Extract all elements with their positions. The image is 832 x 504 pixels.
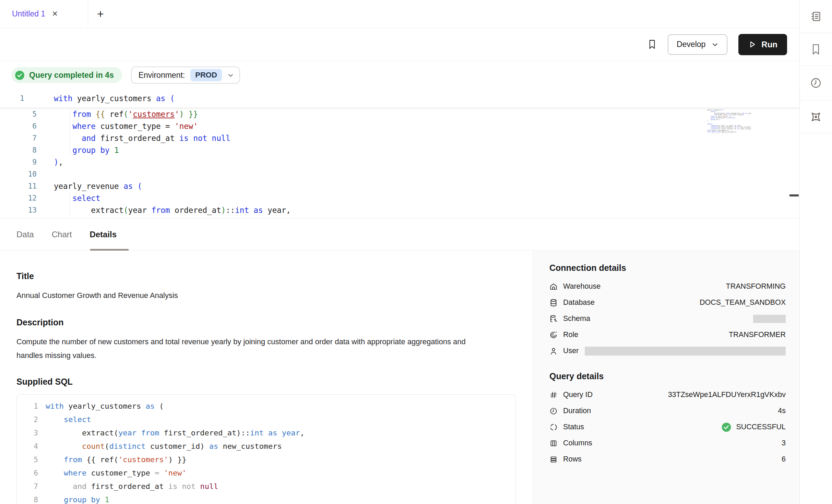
code-line: select: [54, 194, 100, 203]
columns-icon: [549, 439, 558, 447]
code-line: yearly_revenue as (: [54, 182, 142, 191]
connection-row-user: User: [549, 343, 786, 359]
status-spinner-icon: [549, 423, 558, 431]
editor-line: 6 where customer_type = 'new': [0, 120, 799, 132]
develop-dropdown[interactable]: Develop: [668, 34, 727, 55]
sidebar-bookmarks-button[interactable]: [800, 33, 832, 66]
editor-lines: 5 from {{ ref('customers') }}6 where cus…: [0, 108, 799, 216]
supplied-sql-block: 1with yearly_customers as (2 select3 ext…: [16, 394, 516, 504]
tab-details[interactable]: Details: [90, 230, 117, 239]
sidebar-semantic-layer-button[interactable]: [800, 100, 832, 133]
role-target-icon: [549, 331, 558, 339]
editor-line: 5 from {{ ref('customers') }}: [0, 108, 799, 120]
description-value: Compute the number of new customers and …: [16, 335, 466, 362]
chevron-down-icon: [227, 72, 234, 79]
tab-untitled-1[interactable]: Untitled 1 ×: [0, 0, 88, 28]
description-heading: Description: [16, 317, 516, 327]
clock-icon: [549, 407, 558, 415]
redacted-value: [585, 347, 786, 356]
right-icon-sidebar: [799, 0, 832, 504]
details-right-pane: Connection details Warehouse TRANSFORMIN…: [532, 251, 799, 504]
sql-line: 8 group by 1: [17, 493, 515, 504]
query-details-heading: Query details: [549, 371, 786, 381]
query-row-rows: Rows 6: [549, 451, 786, 467]
code-line: extract(year from ordered_at)::int as ye…: [54, 206, 291, 215]
query-row-id: Query ID 33TZseWpe1ALFDUYerxR1gVKxbv: [549, 387, 786, 403]
success-check-icon: [721, 422, 732, 433]
code-line: and first_ordered_at is not null: [54, 134, 230, 143]
editor-line: 12 select: [0, 192, 799, 204]
code-line: select: [46, 415, 91, 424]
indent-guide: [70, 193, 70, 215]
sql-line: 6 where customer_type = 'new': [17, 466, 515, 480]
line-number: 9: [0, 158, 37, 166]
code-line: count(distinct customer_id) as new_custo…: [46, 442, 282, 451]
tab-chart[interactable]: Chart: [52, 230, 72, 239]
develop-label: Develop: [677, 40, 705, 49]
line-number: 5: [0, 110, 37, 118]
line-number: 8: [17, 496, 38, 504]
environment-selector[interactable]: Environment: PROD: [131, 67, 240, 84]
code-line: from {{ ref('customers') }}: [46, 455, 187, 464]
sql-line: 4 count(distinct customer_id) as new_cus…: [17, 440, 515, 453]
editor-tab-bar: Untitled 1 × +: [0, 0, 799, 28]
sql-line: 2 select: [17, 413, 515, 426]
code-line: with yearly_customers as (: [54, 94, 175, 103]
sql-line: 1with yearly_customers as (: [17, 399, 515, 413]
close-tab-icon[interactable]: ×: [52, 9, 58, 19]
line-number: 3: [17, 429, 38, 437]
line-number: 8: [0, 146, 37, 154]
query-row-status: Status SUCCESSFUL: [549, 419, 786, 435]
tab-data[interactable]: Data: [16, 230, 34, 239]
tab-title: Untitled 1: [12, 9, 45, 19]
sql-line: 3 extract(year from first_ordered_at)::i…: [17, 426, 515, 440]
play-icon: [748, 40, 756, 49]
line-number: 11: [0, 182, 37, 190]
schema-icon: [549, 315, 558, 323]
environment-label: Environment:: [139, 71, 185, 80]
editor-line: 10: [0, 168, 799, 180]
query-row-duration: Duration 4s: [549, 403, 786, 419]
line-number: 1: [0, 94, 37, 103]
run-label: Run: [761, 40, 777, 49]
code-line: and first_ordered_at is not null: [46, 482, 218, 491]
sidebar-notebook-button[interactable]: [800, 0, 832, 33]
details-panel: Title Annual Customer Growth and Revenue…: [0, 251, 799, 504]
query-row-columns: Columns 3: [549, 435, 786, 451]
sql-editor[interactable]: 1 with yearly_customers as ( 5 from {{ r…: [0, 89, 799, 218]
redacted-value: [753, 315, 786, 323]
line-number: 2: [17, 416, 38, 424]
bookmark-icon[interactable]: [647, 39, 657, 50]
title-value: Annual Customer Growth and Revenue Analy…: [16, 289, 466, 302]
code-line: group by 1: [46, 495, 109, 504]
line-number: 10: [0, 170, 37, 178]
title-heading: Title: [16, 271, 516, 281]
sql-line: 7 and first_ordered_at is not null: [17, 480, 515, 493]
bookmark-icon: [810, 44, 821, 55]
editor-sticky-line: 1 with yearly_customers as (: [0, 89, 799, 108]
query-status-pill: Query completed in 4s: [11, 67, 122, 83]
scrollbar-thumb[interactable]: [789, 194, 799, 196]
connection-details-heading: Connection details: [549, 263, 786, 273]
editor-line: 11yearly_revenue as (: [0, 180, 799, 192]
environment-value-badge: PROD: [190, 69, 222, 81]
active-tab-underline: [90, 249, 129, 251]
editor-line: 7 and first_ordered_at is not null: [0, 132, 799, 144]
run-button[interactable]: Run: [738, 34, 787, 55]
result-tabs: Data Chart Details: [0, 218, 799, 251]
status-value: SUCCESSFUL: [736, 423, 786, 431]
line-number: 7: [17, 482, 38, 491]
notebook-icon: [810, 11, 822, 22]
line-number: 6: [17, 469, 38, 477]
main-area: Untitled 1 × + Develop Run Query complet…: [0, 0, 799, 504]
indent-guide: [70, 109, 70, 154]
query-rows: Query ID 33TZseWpe1ALFDUYerxR1gVKxbv Dur…: [549, 387, 786, 467]
line-number: 4: [17, 442, 38, 451]
code-line: where customer_type = 'new': [54, 122, 198, 131]
connection-row-warehouse: Warehouse TRANSFORMING: [549, 278, 786, 295]
new-tab-button[interactable]: +: [88, 0, 113, 28]
warehouse-icon: [549, 283, 558, 291]
details-left-pane: Title Annual Customer Growth and Revenue…: [0, 251, 532, 504]
code-line: where customer_type = 'new': [46, 469, 187, 477]
sidebar-history-button[interactable]: [800, 66, 832, 100]
